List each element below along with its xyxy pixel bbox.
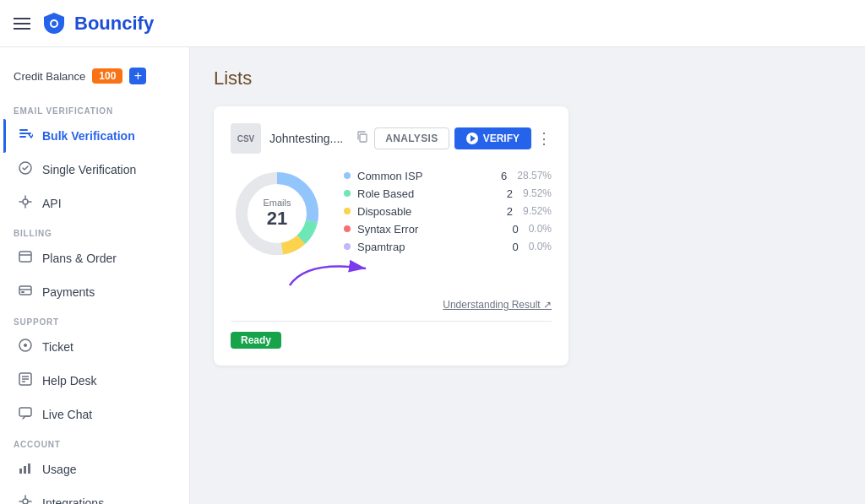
- main-content: Lists CSV Johntesting.... ANALYSIS VERIF…: [190, 47, 865, 504]
- svg-rect-7: [19, 252, 31, 262]
- sidebar-item-help-desk[interactable]: Help Desk: [3, 364, 186, 398]
- emails-count: 21: [263, 208, 291, 230]
- donut-chart: Emails 21: [231, 167, 324, 260]
- stat-count-role-based: 2: [507, 187, 513, 200]
- stat-name-role-based: Role Based: [357, 187, 500, 200]
- sidebar-item-integrations-label: Integrations: [42, 496, 104, 504]
- arrow-svg: [281, 252, 383, 294]
- sidebar-item-live-chat-label: Live Chat: [42, 408, 92, 421]
- sidebar: Credit Balance 100 + EMAIL VERIFICATION …: [0, 47, 190, 504]
- stat-pct-syntax-error: 0.0%: [529, 223, 552, 235]
- card-actions: ANALYSIS VERIFY ⋮: [356, 127, 552, 149]
- ticket-icon: [17, 338, 34, 356]
- more-options-icon[interactable]: ⋮: [536, 131, 552, 146]
- copy-icon[interactable]: [356, 130, 369, 147]
- single-verification-icon: [17, 160, 34, 179]
- credit-badge: 100: [92, 68, 122, 84]
- svg-rect-19: [19, 469, 22, 474]
- section-label-billing: BILLING: [0, 220, 189, 241]
- stat-dot-disposable: [344, 208, 351, 214]
- sidebar-item-api[interactable]: API: [3, 187, 186, 220]
- live-chat-icon: [17, 405, 34, 424]
- sidebar-item-single-verification[interactable]: Single Verification: [3, 153, 186, 187]
- stat-dot-role-based: [344, 190, 351, 197]
- svg-rect-20: [24, 466, 26, 474]
- section-label-account: ACCOUNT: [0, 431, 189, 453]
- play-icon: [466, 133, 478, 144]
- stat-dot-common-isp: [344, 172, 351, 179]
- donut-center: Emails 21: [263, 198, 291, 230]
- menu-icon[interactable]: [14, 18, 30, 30]
- credit-balance-section: Credit Balance 100 +: [0, 61, 189, 98]
- arrow-annotation: [231, 260, 552, 294]
- add-credit-button[interactable]: +: [129, 68, 146, 84]
- svg-rect-2: [19, 129, 28, 131]
- sidebar-item-usage[interactable]: Usage: [3, 453, 186, 486]
- stats-list: Common ISP 6 28.57% Role Based 2 9.52% D…: [344, 170, 552, 258]
- svg-point-1: [52, 21, 57, 26]
- card-divider: [231, 321, 552, 322]
- list-card: CSV Johntesting.... ANALYSIS VERIFY ⋮: [214, 106, 569, 366]
- sidebar-item-plans-order[interactable]: Plans & Order: [3, 241, 186, 275]
- svg-rect-4: [19, 136, 26, 138]
- sidebar-item-bulk-verification[interactable]: Bulk Verification: [3, 119, 186, 153]
- page-title: Lists: [214, 68, 841, 89]
- analysis-button[interactable]: ANALYSIS: [374, 127, 449, 149]
- understanding-result-link[interactable]: Understanding Result ↗: [231, 299, 552, 311]
- sidebar-item-ticket-label: Ticket: [42, 340, 73, 354]
- stat-count-spamtrap: 0: [512, 241, 518, 253]
- stat-pct-disposable: 9.52%: [523, 205, 552, 217]
- section-label-support: SUPPORT: [0, 309, 189, 330]
- stat-count-common-isp: 6: [501, 170, 507, 182]
- stat-count-syntax-error: 0: [512, 223, 518, 236]
- svg-rect-21: [28, 463, 30, 474]
- sidebar-item-payments[interactable]: Payments: [3, 275, 186, 309]
- svg-rect-23: [360, 134, 367, 142]
- stat-pct-role-based: 9.52%: [523, 187, 552, 199]
- ready-badge: Ready: [231, 332, 281, 349]
- svg-point-6: [23, 199, 28, 204]
- integrations-icon: [17, 494, 34, 504]
- sidebar-item-integrations[interactable]: Integrations: [3, 486, 186, 504]
- verify-button[interactable]: VERIFY: [454, 127, 531, 149]
- usage-icon: [17, 460, 34, 479]
- stat-row-role-based: Role Based 2 9.52%: [344, 187, 552, 200]
- stat-row-disposable: Disposable 2 9.52%: [344, 205, 552, 218]
- card-header: CSV Johntesting.... ANALYSIS VERIFY ⋮: [231, 123, 552, 154]
- card-body: Emails 21 Common ISP 6 28.57% Role Based: [231, 167, 552, 260]
- stat-row-syntax-error: Syntax Error 0 0.0%: [344, 223, 552, 236]
- logo: Bouncify: [41, 10, 154, 37]
- sidebar-item-usage-label: Usage: [42, 463, 76, 476]
- svg-rect-18: [19, 408, 31, 416]
- payments-icon: [17, 283, 34, 301]
- sidebar-item-payments-label: Payments: [42, 285, 95, 299]
- sidebar-item-api-label: API: [42, 197, 62, 210]
- header: Bouncify: [0, 0, 865, 47]
- sidebar-item-live-chat[interactable]: Live Chat: [3, 398, 186, 431]
- svg-point-13: [24, 344, 27, 347]
- card-filename: Johntesting....: [269, 132, 347, 145]
- sidebar-item-ticket[interactable]: Ticket: [3, 330, 186, 364]
- layout: Credit Balance 100 + EMAIL VERIFICATION …: [0, 47, 865, 504]
- svg-rect-11: [21, 291, 24, 293]
- svg-rect-3: [19, 133, 31, 134]
- bulk-verification-icon: [17, 127, 34, 145]
- sidebar-item-bulk-verification-label: Bulk Verification: [42, 129, 135, 143]
- sidebar-item-single-verification-label: Single Verification: [42, 163, 136, 176]
- stat-name-syntax-error: Syntax Error: [357, 223, 505, 236]
- api-icon: [17, 194, 34, 213]
- stat-name-common-isp: Common ISP: [357, 170, 494, 182]
- help-desk-icon: [17, 371, 34, 390]
- plans-icon: [17, 249, 34, 268]
- stat-count-disposable: 2: [507, 205, 513, 218]
- emails-label: Emails: [263, 198, 291, 208]
- svg-point-22: [23, 499, 28, 504]
- stat-pct-common-isp: 28.57%: [517, 170, 552, 182]
- sidebar-item-plans-label: Plans & Order: [42, 252, 117, 265]
- csv-icon: CSV: [231, 123, 261, 154]
- svg-rect-9: [19, 286, 31, 295]
- sidebar-item-help-desk-label: Help Desk: [42, 374, 97, 387]
- stat-pct-spamtrap: 0.0%: [529, 241, 552, 252]
- stat-row-common-isp: Common ISP 6 28.57%: [344, 170, 552, 182]
- stat-dot-spamtrap: [344, 243, 351, 250]
